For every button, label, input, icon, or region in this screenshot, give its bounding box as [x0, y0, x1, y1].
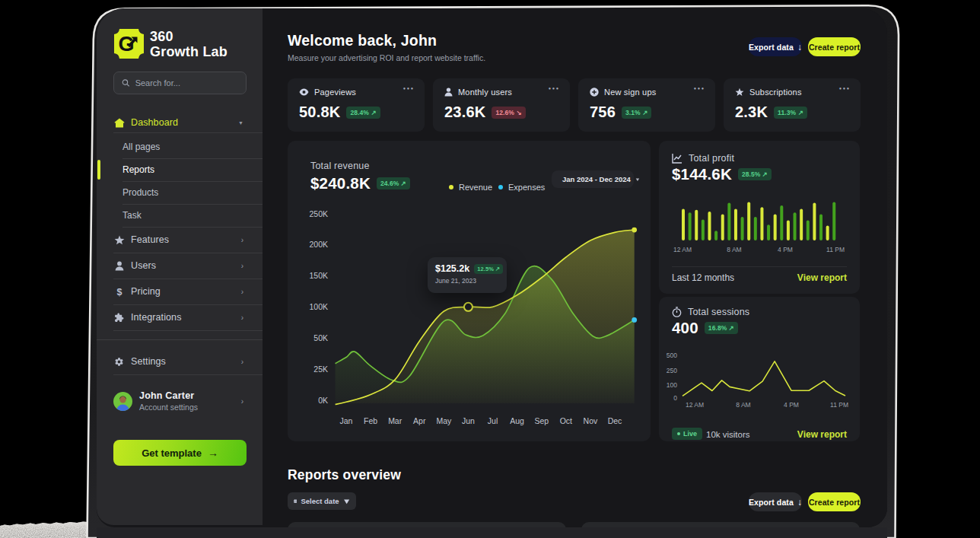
chevron-right-icon: ›	[241, 314, 243, 322]
x-axis-label: Jan	[336, 416, 357, 425]
sidebar-subitem-all-pages[interactable]: All pages	[97, 135, 262, 158]
profit-bar	[780, 205, 783, 240]
more-options-icon[interactable]: ●●●	[549, 86, 560, 91]
profit-footer-label: Last 12 months	[672, 272, 734, 283]
more-options-icon[interactable]: ●●●	[694, 86, 705, 91]
expenses-end-dot	[632, 317, 637, 323]
profit-bar	[714, 231, 718, 240]
stat-value: 23.6K	[444, 103, 485, 121]
x-axis-label: 8 AM	[731, 401, 756, 409]
create-report-label: Create report	[809, 498, 860, 507]
sidebar-item-label: Dashboard	[131, 117, 178, 128]
sidebar-item-users[interactable]: Users ›	[97, 253, 262, 279]
sidebar: G 360 Growth Lab Dash	[97, 8, 262, 525]
profit-bar	[682, 209, 685, 240]
brand-line2: Growth Lab	[150, 44, 228, 59]
sidebar-item-label: Users	[131, 260, 156, 271]
profit-bar	[794, 212, 797, 240]
profit-bar	[800, 209, 803, 240]
sidebar-item-integrations[interactable]: Integrations ›	[97, 304, 262, 330]
sidebar-subitem-label: Reports	[123, 164, 154, 175]
sessions-view-report-link[interactable]: View report	[797, 429, 847, 440]
sidebar-item-features[interactable]: Features ›	[97, 227, 262, 253]
revenue-end-dot	[632, 228, 637, 233]
brand-logo[interactable]: G 360 Growth Lab	[113, 28, 228, 59]
sidebar-subitem-task[interactable]: Task	[97, 204, 262, 227]
arrow-right-icon: →	[208, 447, 218, 459]
profit-bar	[689, 212, 692, 240]
profit-bar	[734, 209, 737, 240]
puzzle-icon	[113, 313, 125, 323]
y-axis-label: 200K	[305, 240, 328, 249]
export-data-button[interactable]: Export data ↓	[749, 37, 802, 56]
profit-bar	[826, 225, 829, 240]
select-date-dropdown[interactable]: Select date ▼	[288, 492, 356, 510]
live-badge: Live	[672, 428, 702, 440]
profile-role: Account settings	[139, 403, 198, 412]
page-subtitle: Measure your advertising ROI and report …	[288, 53, 485, 62]
y-axis-label: 150K	[305, 271, 328, 280]
sidebar-item-label: Settings	[131, 356, 166, 367]
more-options-icon[interactable]: ●●●	[839, 86, 851, 91]
stat-delta-badge: 3.1% ↗	[622, 107, 651, 119]
dollar-icon: $	[113, 286, 125, 297]
chart-tooltip: $125.2k 12.5%↗ June 21, 2023	[428, 257, 507, 293]
x-axis-label: 12 AM	[682, 401, 707, 409]
search-input[interactable]	[135, 78, 238, 88]
sidebar-item-settings[interactable]: Settings ›	[97, 349, 262, 374]
stat-label: New sign ups	[604, 88, 656, 97]
x-axis-label: 11 PM	[827, 401, 851, 409]
download-arrow-icon: ↓	[797, 42, 802, 53]
export-data-label: Export data	[749, 498, 794, 507]
x-axis-label: Sep	[531, 416, 552, 425]
stat-delta-badge: 12.6% ↘	[492, 107, 525, 119]
search-box[interactable]	[113, 72, 247, 94]
star-icon	[113, 235, 125, 245]
sidebar-item-dashboard[interactable]: Dashboard ▼	[97, 112, 262, 133]
app-window: G 360 Growth Lab Dash	[97, 8, 887, 527]
x-axis-label: 4 PM	[773, 246, 797, 253]
create-report-button-bottom[interactable]: Create report	[808, 492, 861, 511]
profit-bar	[760, 207, 763, 240]
create-report-button[interactable]: Create report	[808, 37, 861, 56]
profit-bar	[813, 203, 816, 240]
sidebar-item-pricing[interactable]: $ Pricing ›	[97, 279, 262, 304]
sidebar-item-label: Integrations	[131, 312, 182, 323]
chevron-down-icon: ▼	[342, 497, 351, 505]
profit-bar	[708, 212, 711, 240]
download-arrow-icon: ↓	[797, 497, 802, 508]
more-options-icon[interactable]: ●●●	[403, 86, 415, 91]
home-icon	[113, 118, 125, 128]
profit-view-report-link[interactable]: View report	[797, 272, 847, 283]
tooltip-delta-badge: 12.5%↗	[474, 264, 503, 274]
y-axis-label: 50K	[305, 333, 328, 342]
chevron-right-icon: ›	[241, 236, 243, 244]
sidebar-subitem-label: Products	[123, 187, 158, 198]
y-axis-label: 100	[659, 381, 677, 389]
sidebar-subitem-label: Task	[123, 210, 142, 221]
avatar	[113, 392, 132, 411]
stat-value: 756	[590, 103, 616, 121]
stat-card-subscriptions: Subscriptions ●●● 2.3K 11.3% ↗	[724, 78, 861, 132]
divider	[113, 374, 262, 375]
y-axis-label: 250	[659, 367, 677, 374]
search-icon	[122, 78, 130, 88]
divider	[113, 330, 262, 331]
x-axis-label: Feb	[360, 416, 381, 425]
profit-bar	[721, 215, 724, 241]
chevron-down-icon: ▼	[238, 120, 243, 126]
stat-card-pageviews: Pageviews ●●● 50.8K 28.4% ↗	[288, 78, 425, 132]
calendar-icon	[294, 497, 297, 505]
x-axis-label: Apr	[409, 416, 430, 425]
x-axis-label: Nov	[580, 416, 601, 425]
profile[interactable]: John Carter Account settings ›	[97, 387, 262, 415]
profit-bar	[741, 217, 744, 240]
profit-bar	[787, 221, 790, 240]
stat-delta-badge: 28.4% ↗	[346, 107, 380, 119]
sidebar-subitem-products[interactable]: Products	[97, 181, 262, 204]
get-template-button[interactable]: Get template →	[113, 440, 247, 466]
page-title: Welcome back, John	[288, 32, 437, 49]
active-indicator	[97, 160, 100, 180]
sidebar-subitem-reports[interactable]: Reports	[97, 158, 262, 181]
export-data-button-bottom[interactable]: Export data ↓	[749, 492, 802, 511]
